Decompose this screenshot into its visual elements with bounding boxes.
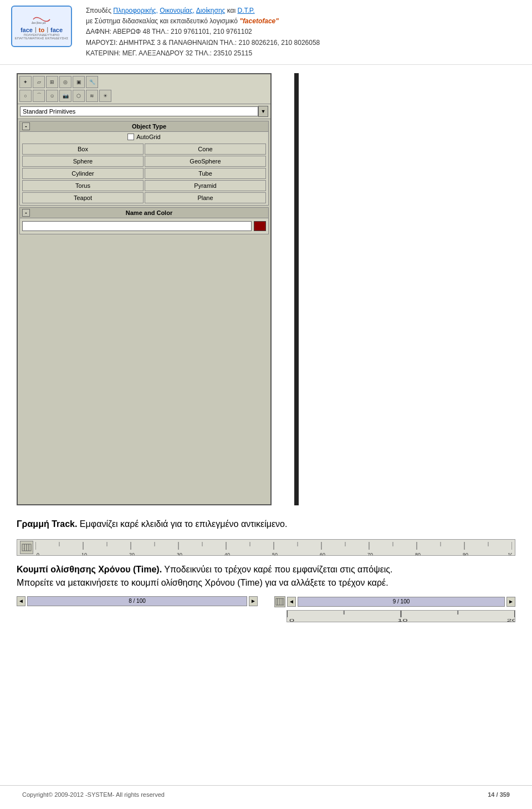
header-line3: ΔΑΦΝΗ: ΑΒΕΡΩΦ 48 ΤΗΛ.: 210 9761101, 210 … bbox=[86, 27, 521, 37]
slider-left-nav-left[interactable]: ◄ bbox=[17, 596, 25, 606]
header-link4[interactable]: D.T.P. bbox=[237, 7, 254, 14]
toolbar-row1: ✦ ▱ ⊞ ◎ ▣ 🔧 bbox=[19, 76, 269, 88]
page-footer: Copyright© 2009-2012 -SYSTEM- All rights… bbox=[0, 785, 532, 798]
slider-right-nav-left[interactable]: ◄ bbox=[287, 597, 296, 607]
pyramid-button[interactable]: Pyramid bbox=[145, 180, 266, 191]
plane-button[interactable]: Plane bbox=[145, 192, 266, 203]
svg-text:100: 100 bbox=[508, 552, 512, 556]
right-panel bbox=[288, 73, 305, 505]
slider-left-nav-right[interactable]: ► bbox=[249, 596, 258, 606]
toolbar-camera-btn[interactable]: 📷 bbox=[59, 90, 71, 102]
header-line5: ΚΑΤΕΡΙΝΗ: ΜΕΓ. ΑΛΕΞΑΝΔΡΟΥ 32 ΤΗΛ.: 23510… bbox=[86, 48, 521, 59]
header-link2[interactable]: Οικονομίας, bbox=[160, 7, 195, 14]
logo-subtitle: ΠΟΛΥΕΚΠΑΙΔΕΥΤΗΡΙΟ ΕΠΑΓΓΕΛΜΑΤΙΚΗΣ ΕΚΠΑΙΔΕ… bbox=[12, 33, 71, 40]
mini-ruler-row: 0 10 20 bbox=[274, 610, 515, 622]
rollout-panel: - Object Type AutoGrid Box Cone Sphere G… bbox=[19, 121, 269, 206]
ruler-icon: ↕ bbox=[20, 541, 33, 554]
time-sliders: ◄ 8 / 100 ► ◄ 9 / 100 ► bbox=[17, 596, 515, 622]
object-type-collapse-btn[interactable]: - bbox=[22, 122, 30, 130]
slider-left-track[interactable]: 8 / 100 bbox=[27, 596, 247, 606]
tube-button[interactable]: Tube bbox=[145, 168, 266, 179]
time-para2: Μπορείτε να μετακινήσετε το κουμπί ολίσθ… bbox=[17, 578, 515, 588]
toolbar-circle-btn[interactable]: ◎ bbox=[59, 76, 71, 88]
header-line4: ΜΑΡΟΥΣΙ: ΔΗΜΗΤΡΑΣ 3 & ΠΑΝΑΘΗΝΑΙΩΝ ΤΗΛ.: … bbox=[86, 38, 521, 48]
torus-button[interactable]: Torus bbox=[22, 180, 144, 191]
toolbar-row2: ○ ⌒ ☺ 📷 ⬡ ≋ ☀ bbox=[19, 90, 269, 102]
time-slider-section: Κουμπί ολίσθησης Χρόνου (Time). Υποδεικν… bbox=[0, 560, 532, 627]
mini-ruler-icon bbox=[274, 596, 285, 607]
toolbar-wrench-btn[interactable]: 🔧 bbox=[86, 76, 98, 88]
dark-vertical-bar bbox=[294, 73, 299, 505]
name-input-field[interactable] bbox=[22, 221, 252, 231]
svg-text:10: 10 bbox=[81, 552, 87, 556]
svg-text:20: 20 bbox=[129, 552, 135, 556]
name-color-header: - Name and Color bbox=[20, 208, 268, 218]
svg-text:↕: ↕ bbox=[23, 547, 24, 550]
object-type-header: - Object Type bbox=[20, 121, 268, 132]
slider-right-track[interactable]: 9 / 100 bbox=[298, 597, 505, 607]
toolbar-shape-btn[interactable]: ▱ bbox=[33, 76, 45, 88]
toolbar-square-btn[interactable]: ▣ bbox=[73, 76, 85, 88]
slider-right-nav-right[interactable]: ► bbox=[507, 597, 515, 607]
slider-bar-right: ◄ 9 / 100 ► bbox=[274, 596, 515, 607]
toolbar-curve-btn[interactable]: ⌒ bbox=[33, 90, 45, 102]
primitives-button-grid: Box Cone Sphere GeoSphere Cylinder Tube … bbox=[20, 142, 268, 205]
svg-text:10: 10 bbox=[397, 618, 407, 622]
svg-text:70: 70 bbox=[367, 552, 373, 556]
name-color-collapse-btn[interactable]: - bbox=[22, 209, 30, 217]
header-line1: Σπουδές Πληροφορικής, Οικονομίας, Διοίκη… bbox=[86, 6, 521, 16]
toolbar-star-btn[interactable]: ✦ bbox=[19, 76, 32, 88]
svg-text:60: 60 bbox=[320, 552, 325, 556]
teapot-button[interactable]: Teapot bbox=[22, 192, 144, 203]
autogrid-checkbox[interactable] bbox=[127, 134, 134, 140]
autogrid-row: AutoGrid bbox=[20, 132, 268, 142]
header-bold-link[interactable]: "facetoface" bbox=[239, 17, 279, 25]
header-link3[interactable]: Διοίκησης bbox=[196, 7, 226, 14]
left-panel: ✦ ▱ ⊞ ◎ ▣ 🔧 ○ ⌒ ☺ 📷 ⬡ ≋ ☀ bbox=[17, 73, 277, 505]
footer-copyright: Copyright© 2009-2012 -SYSTEM- All rights… bbox=[22, 791, 165, 798]
ruler-scale: 0 10 20 30 40 50 60 70 80 90 100 bbox=[35, 542, 512, 553]
geosphere-button[interactable]: GeoSphere bbox=[145, 156, 266, 167]
svg-text:30: 30 bbox=[177, 552, 182, 556]
track-section: Γραμμή Track. Εμφανίζει καρέ κλειδιά για… bbox=[0, 514, 532, 535]
autogrid-label: AutoGrid bbox=[136, 134, 160, 140]
box-button[interactable]: Box bbox=[22, 144, 144, 155]
svg-text:Δια βίου μά: Δια βίου μά bbox=[32, 21, 46, 24]
toolbar-wave-btn[interactable]: ≋ bbox=[86, 90, 98, 102]
max-interface: ✦ ▱ ⊞ ◎ ▣ 🔧 ○ ⌒ ☺ 📷 ⬡ ≋ ☀ bbox=[17, 73, 272, 505]
svg-text:90: 90 bbox=[463, 552, 468, 556]
svg-text:80: 80 bbox=[415, 552, 421, 556]
name-color-section: - Name and Color bbox=[19, 207, 269, 234]
logo-face-text: face bbox=[21, 27, 33, 33]
toolbar-circle2-btn[interactable]: ○ bbox=[19, 90, 32, 102]
toolbar-obj-btn[interactable]: ⬡ bbox=[73, 90, 85, 102]
svg-text:0: 0 bbox=[289, 618, 294, 622]
logo-to-text: to bbox=[39, 27, 44, 33]
cone-button[interactable]: Cone bbox=[145, 144, 266, 155]
svg-text:20: 20 bbox=[507, 618, 515, 622]
slider-group-left: ◄ 8 / 100 ► bbox=[17, 596, 258, 609]
sphere-button[interactable]: Sphere bbox=[22, 156, 144, 167]
logo-area: Δια βίου μά face | to | face ΠΟΛΥΕΚΠΑΙΔΕ… bbox=[11, 6, 78, 47]
logo-middle: face | to | face bbox=[21, 27, 63, 33]
color-swatch[interactable] bbox=[254, 221, 266, 231]
main-content: ✦ ▱ ⊞ ◎ ▣ 🔧 ○ ⌒ ☺ 📷 ⬡ ≋ ☀ bbox=[0, 65, 532, 514]
header-link1[interactable]: Πληροφορικής, bbox=[113, 7, 158, 14]
page-header: Δια βίου μά face | to | face ΠΟΛΥΕΚΠΑΙΔΕ… bbox=[0, 0, 532, 65]
toolbar-sun-btn[interactable]: ☀ bbox=[99, 90, 111, 102]
svg-text:0: 0 bbox=[37, 552, 39, 556]
slider-group-right: ◄ 9 / 100 ► 0 10 20 bbox=[274, 596, 515, 622]
primitives-dropdown[interactable]: Standard Primitives ▼ bbox=[18, 104, 270, 119]
logo-face2-text: face bbox=[50, 27, 63, 33]
cylinder-button[interactable]: Cylinder bbox=[22, 168, 144, 179]
header-and: και bbox=[227, 7, 238, 14]
primitives-dropdown-arrow[interactable]: ▼ bbox=[258, 106, 268, 117]
toolbar-grid-btn[interactable]: ⊞ bbox=[46, 76, 58, 88]
logo-box: Δια βίου μά face | to | face ΠΟΛΥΕΚΠΑΙΔΕ… bbox=[11, 6, 72, 47]
svg-text:50: 50 bbox=[272, 552, 278, 556]
header-text-block: Σπουδές Πληροφορικής, Οικονομίας, Διοίκη… bbox=[86, 6, 521, 59]
mini-ruler-scale: 0 10 20 bbox=[287, 610, 515, 622]
time-section-heading: Κουμπί ολίσθησης Χρόνου (Time). Υποδεικν… bbox=[17, 565, 515, 575]
toolbar-person-btn[interactable]: ☺ bbox=[46, 90, 58, 102]
track-ruler: ↕ 0 10 20 30 40 50 60 70 80 90 100 bbox=[17, 539, 515, 556]
